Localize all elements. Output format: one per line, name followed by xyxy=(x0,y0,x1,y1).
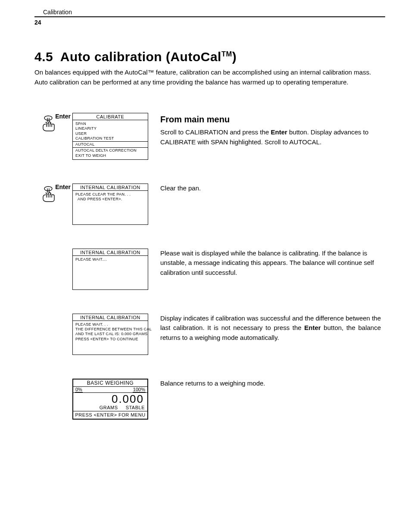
lcd-screen: INTERNAL CALIBRATIONPLEASE CLEAR THE PAN… xyxy=(72,184,148,225)
running-head: Calibration xyxy=(34,9,385,16)
lcd-title: INTERNAL CALIBRATION xyxy=(73,314,148,321)
weigh-unit: GRAMS xyxy=(100,405,118,410)
lcd-menu-item: CALIBRATION TEST xyxy=(75,136,145,141)
lcd-line: PLEASE CLEAR THE PAN. . . xyxy=(75,192,145,197)
lcd-screen: INTERNAL CALIBRATIONPLEASE WAIT. . .THE … xyxy=(72,314,148,355)
step-display-column: CALIBRATESPANLINEARITYUSERCALIBRATION TE… xyxy=(72,113,148,160)
step-paragraph: Please wait is displayed while the balan… xyxy=(160,249,381,278)
step-display-column: INTERNAL CALIBRATIONPLEASE WAIT.... xyxy=(72,249,148,290)
weigh-scale-bar: 0% 100% xyxy=(73,387,147,393)
enter-label: Enter xyxy=(55,184,71,190)
step-text: Clear the pan. xyxy=(153,184,385,193)
lcd-line: AND PRESS <ENTER>. xyxy=(75,197,145,202)
step-text: Balance returns to a weighing mode. xyxy=(153,379,385,389)
lcd-body: SPANLINEARITYUSERCALIBRATION TESTAUTOCAL… xyxy=(73,120,148,159)
lcd-menu-item: LINEARITY xyxy=(75,126,145,131)
weigh-units-row: GRAMS STABLE xyxy=(73,405,147,411)
step-display-column: BASIC WEIGHING 0% 100% 0.000 GRAMS STABL… xyxy=(72,379,148,420)
step-display-column: INTERNAL CALIBRATIONPLEASE CLEAR THE PAN… xyxy=(72,184,148,225)
header-rule xyxy=(34,16,385,17)
step-row: INTERNAL CALIBRATIONPLEASE WAIT....Pleas… xyxy=(34,249,385,290)
section-title: 4.5 Auto calibration (AutoCalTM) xyxy=(34,50,385,64)
step-paragraph: Scroll to CALIBRATION and press the Ente… xyxy=(160,128,381,147)
weigh-title: BASIC WEIGHING xyxy=(73,380,147,387)
lcd-divider xyxy=(73,141,148,142)
intro-paragraph: On balances equipped with the AutoCal™ f… xyxy=(34,68,385,87)
step-text: Please wait is displayed while the balan… xyxy=(153,249,385,278)
lcd-body: PLEASE WAIT. . .THE DIFFERENCE BETWEEN T… xyxy=(73,321,148,355)
svg-point-1 xyxy=(44,187,52,191)
weigh-scale-left: 0% xyxy=(75,387,83,392)
lcd-line: THE DIFFERENCE BETWEEN THIS CAL xyxy=(75,327,145,332)
lcd-divider xyxy=(73,147,148,148)
step-text: Display indicates if calibration was suc… xyxy=(153,314,385,343)
svg-point-0 xyxy=(44,116,52,120)
lcd-menu-item: USER xyxy=(75,131,145,136)
trademark-symbol: TM xyxy=(221,50,232,58)
lcd-menu-item: AUTOCAL xyxy=(75,142,145,147)
lcd-title: INTERNAL CALIBRATION xyxy=(73,249,148,256)
weigh-value: 0.000 xyxy=(73,393,147,405)
section-text-pre: Auto calibration (AutoCal xyxy=(60,50,221,64)
step-paragraph: Clear the pan. xyxy=(160,184,381,193)
lcd-line: AND THE LAST CAL IS: 0.000 GRAMS xyxy=(75,332,145,336)
lcd-body: PLEASE CLEAR THE PAN. . . AND PRESS <ENT… xyxy=(73,191,148,224)
lcd-line: PLEASE WAIT.... xyxy=(75,257,145,262)
lcd-title: CALIBRATE xyxy=(73,113,148,120)
lcd-body: PLEASE WAIT.... xyxy=(73,256,148,289)
enter-label: Enter xyxy=(55,113,71,120)
step-paragraph: Display indicates if calibration was suc… xyxy=(160,314,381,343)
lcd-title: INTERNAL CALIBRATION xyxy=(73,184,148,191)
section-text-post: ) xyxy=(232,50,237,64)
page-number: 24 xyxy=(34,19,385,26)
step-display-column: INTERNAL CALIBRATIONPLEASE WAIT. . .THE … xyxy=(72,314,148,355)
weigh-status: STABLE xyxy=(126,405,145,410)
step-row: Enter CALIBRATESPANLINEARITYUSERCALIBRAT… xyxy=(34,113,385,160)
step-row: BASIC WEIGHING 0% 100% 0.000 GRAMS STABL… xyxy=(34,379,385,420)
step-text: From main menuScroll to CALIBRATION and … xyxy=(153,113,385,147)
step-row: INTERNAL CALIBRATIONPLEASE WAIT. . .THE … xyxy=(34,314,385,355)
lcd-line: PLEASE WAIT. . . xyxy=(75,322,145,327)
lcd-screen: INTERNAL CALIBRATIONPLEASE WAIT.... xyxy=(72,249,148,290)
step-paragraph: Balance returns to a weighing mode. xyxy=(160,379,381,389)
lcd-menu-item: AUTOCAL DELTA CORRECTION xyxy=(75,148,145,153)
step-icon-column: Enter xyxy=(34,113,68,134)
weigh-footer: PRESS <ENTER> FOR MENU xyxy=(73,411,147,419)
weigh-scale-right: 100% xyxy=(133,387,146,392)
lcd-line: PRESS <ENTER> TO CONTINUE xyxy=(75,337,145,342)
lcd-menu-item: SPAN xyxy=(75,121,145,126)
step-subhead: From main menu xyxy=(160,113,381,126)
step-row: Enter INTERNAL CALIBRATIONPLEASE CLEAR T… xyxy=(34,184,385,225)
section-number: 4.5 xyxy=(34,50,53,64)
lcd-menu-item: EXIT TO WEIGH xyxy=(75,153,145,158)
weighing-display: BASIC WEIGHING 0% 100% 0.000 GRAMS STABL… xyxy=(72,379,148,420)
lcd-screen: CALIBRATESPANLINEARITYUSERCALIBRATION TE… xyxy=(72,113,148,160)
step-icon-column: Enter xyxy=(34,184,68,204)
